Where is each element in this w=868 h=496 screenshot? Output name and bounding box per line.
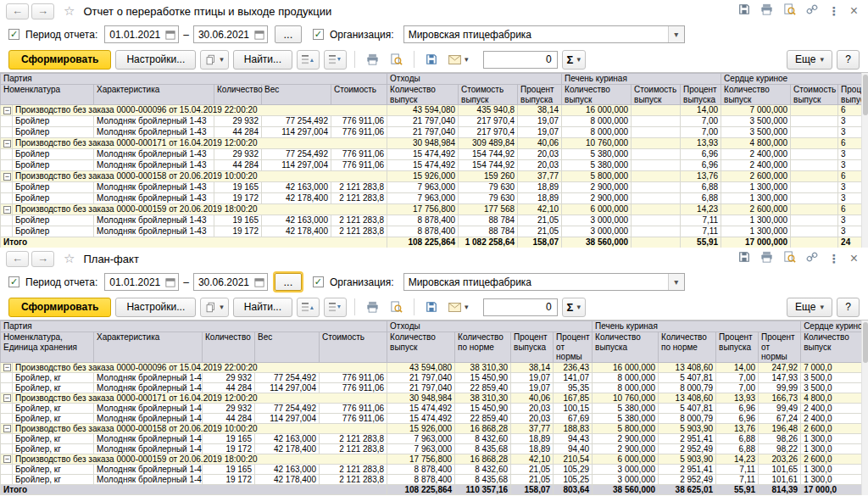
table-row[interactable]: БройлерМолодняк бройлерный 1-4319 16542 …: [1, 215, 868, 226]
report-table[interactable]: ПартияОтходыПечень куринаяСердце куриное…: [0, 73, 868, 248]
table-row[interactable]: БройлерМолодняк бройлерный 1-4329 93277 …: [1, 116, 868, 127]
column-header[interactable]: Стоимость выпуск: [632, 85, 681, 105]
period-options-button[interactable]: ...: [275, 273, 302, 291]
forward-button[interactable]: →: [31, 3, 54, 20]
vertical-scrollbar[interactable]: [861, 320, 868, 495]
copy-button[interactable]: ▾: [200, 50, 229, 70]
table-row[interactable]: −Производство без заказа 0000-000171 от …: [1, 393, 868, 403]
column-header[interactable]: Количество выпуск: [387, 332, 455, 363]
date-to-field[interactable]: 30.06.2021: [193, 273, 268, 291]
table-row[interactable]: БройлерМолодняк бройлерный 1-4319 17242 …: [1, 226, 868, 237]
period-checkbox[interactable]: ✓: [8, 29, 19, 40]
more-menu-icon[interactable]: ⋮: [828, 252, 840, 265]
expand-collapse-icon[interactable]: −: [3, 140, 11, 148]
table-row[interactable]: −Производство без заказа 0000-000096 от …: [1, 105, 868, 116]
print-button[interactable]: [363, 50, 382, 70]
more-menu-icon[interactable]: ⋮: [828, 4, 840, 18]
organization-combo[interactable]: Мировская птицефабрика ▾: [403, 273, 685, 291]
expand-groups-button[interactable]: [324, 298, 347, 317]
table-row[interactable]: БройлерМолодняк бройлерный 1-4344 284114…: [1, 127, 868, 138]
find-button[interactable]: Найти...: [233, 50, 292, 70]
column-header[interactable]: Количество по норме: [659, 332, 716, 363]
back-button[interactable]: ←: [6, 3, 29, 20]
scrollbar-thumb[interactable]: [863, 75, 868, 115]
expand-collapse-icon[interactable]: −: [3, 425, 11, 432]
table-row[interactable]: −Производство без заказа 0000-000159 от …: [1, 204, 868, 215]
table-row[interactable]: −Производство без заказа 0000-000171 от …: [1, 138, 868, 149]
more-button[interactable]: Еще▾: [787, 50, 832, 70]
print-icon[interactable]: [760, 251, 773, 266]
table-row[interactable]: −Производство без заказа 0000-000158 от …: [1, 171, 868, 182]
column-header[interactable]: Характеристика: [94, 332, 203, 363]
column-header[interactable]: Количество выпуска: [593, 332, 659, 363]
table-row[interactable]: −Производство без заказа 0000-000158 от …: [1, 423, 868, 433]
send-mail-button[interactable]: ▾: [445, 50, 472, 70]
get-link-icon[interactable]: [806, 3, 818, 19]
copy-button[interactable]: ▾: [200, 298, 229, 317]
settings-button[interactable]: Настройки...: [115, 298, 196, 317]
settings-button[interactable]: Настройки...: [115, 50, 196, 70]
find-button[interactable]: Найти...: [233, 298, 292, 317]
date-from-field[interactable]: 01.01.2021: [104, 273, 179, 291]
expand-collapse-icon[interactable]: −: [3, 107, 11, 114]
column-header[interactable]: Процент выпуска: [518, 85, 562, 105]
table-row[interactable]: Бройлер, кгМолодняк бройлерный 1-4319 17…: [1, 443, 868, 454]
column-header[interactable]: Номенклатура: [1, 85, 94, 105]
table-row[interactable]: −Производство без заказа 0000-000159 от …: [1, 454, 868, 464]
table-row[interactable]: БройлерМолодняк бройлерный 1-4329 93277 …: [1, 149, 868, 160]
column-header[interactable]: Вес: [255, 332, 320, 363]
close-icon[interactable]: ×: [850, 4, 858, 18]
column-header[interactable]: Стоимость: [320, 332, 387, 363]
column-header[interactable]: Количество: [214, 85, 262, 105]
column-header[interactable]: Характеристика: [94, 85, 214, 105]
collapse-groups-button[interactable]: [297, 298, 320, 317]
send-mail-button[interactable]: ▾: [445, 298, 472, 317]
column-header[interactable]: Количество по норме: [455, 332, 511, 363]
column-header[interactable]: Стоимость выпуск: [459, 85, 518, 105]
column-header[interactable]: Стоимость выпуск: [791, 85, 838, 105]
date-to-field[interactable]: 30.06.2021: [193, 25, 268, 43]
date-from-field[interactable]: 01.01.2021: [104, 25, 179, 43]
table-row[interactable]: Бройлер, кгМолодняк бройлерный 1-4344 28…: [1, 382, 868, 393]
print-icon[interactable]: [760, 3, 773, 19]
print-preview-icon[interactable]: [783, 251, 796, 267]
chevron-down-icon[interactable]: ▾: [668, 274, 684, 290]
generate-button[interactable]: Сформировать: [8, 298, 111, 317]
column-header[interactable]: Вес: [262, 85, 331, 105]
table-row[interactable]: Бройлер, кгМолодняк бройлерный 1-4344 28…: [1, 413, 868, 423]
table-row[interactable]: Итого108 225,864110 357,16158,07803,6438…: [1, 484, 868, 494]
table-row[interactable]: Бройлер, кгМолодняк бройлерный 1-4319 16…: [1, 433, 868, 443]
table-row[interactable]: −Производство без заказа 0000-000096 от …: [1, 362, 868, 372]
calendar-icon[interactable]: [163, 274, 178, 290]
org-checkbox[interactable]: ✓: [313, 276, 324, 287]
forward-button[interactable]: →: [31, 251, 54, 267]
calendar-icon[interactable]: [252, 26, 267, 42]
more-button[interactable]: Еще▾: [787, 298, 832, 317]
expand-collapse-icon[interactable]: −: [3, 206, 11, 214]
expand-collapse-icon[interactable]: −: [3, 455, 11, 463]
chevron-down-icon[interactable]: ▾: [668, 26, 684, 42]
table-row[interactable]: БройлерМолодняк бройлерный 1-4319 16542 …: [1, 182, 868, 193]
column-header[interactable]: Номенклатура, Единица хранения: [1, 332, 94, 363]
generate-button[interactable]: Сформировать: [8, 50, 111, 70]
vertical-scrollbar[interactable]: [861, 73, 868, 248]
counter-field[interactable]: 0: [483, 51, 558, 69]
calendar-icon[interactable]: [163, 26, 178, 42]
sum-button[interactable]: Σ▾: [562, 50, 586, 70]
expand-groups-button[interactable]: [324, 50, 347, 70]
report-table[interactable]: ПартияОтходыПечень куринаяСердце куриное…: [0, 320, 868, 495]
period-checkbox[interactable]: ✓: [8, 276, 19, 287]
counter-field[interactable]: 0: [483, 298, 558, 316]
column-header[interactable]: Стоимость: [331, 85, 387, 105]
table-row[interactable]: Бройлер, кгМолодняк бройлерный 1-4329 93…: [1, 372, 868, 382]
column-header[interactable]: Количество выпуск: [387, 85, 459, 105]
period-options-button[interactable]: ...: [275, 25, 302, 43]
column-header[interactable]: Процент от нормы: [759, 332, 801, 363]
help-button[interactable]: ?: [837, 298, 860, 317]
table-row[interactable]: Бройлер, кгМолодняк бройлерный 1-4319 17…: [1, 474, 868, 484]
print-button[interactable]: [363, 298, 382, 317]
table-row[interactable]: БройлерМолодняк бройлерный 1-4319 17242 …: [1, 193, 868, 204]
print-preview-icon[interactable]: [783, 3, 796, 20]
table-row[interactable]: Итого108 225,8641 082 258,64158,0738 560…: [1, 237, 868, 248]
organization-combo[interactable]: Мировская птицефабрика ▾: [403, 25, 685, 43]
